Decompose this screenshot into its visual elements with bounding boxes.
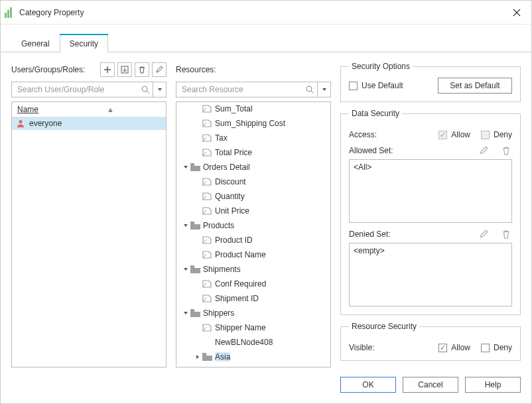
- field-icon: [202, 294, 212, 303]
- tree-item[interactable]: Conf Required: [176, 277, 330, 291]
- visible-deny-label: Deny: [494, 343, 512, 352]
- chevron-down-icon[interactable]: [182, 310, 190, 317]
- use-default-checkbox[interactable]: Use Default: [349, 81, 403, 90]
- resource-security-group: Resource Security Visible: Allow Deny: [340, 322, 521, 361]
- tree-item[interactable]: Shipment ID: [176, 291, 330, 306]
- denied-set-value: <empty>: [354, 246, 385, 255]
- options-column: Security Options Use Default Set as Defa…: [340, 62, 521, 368]
- field-icon: [202, 133, 212, 143]
- add-button[interactable]: [100, 62, 115, 77]
- tab-security[interactable]: Security: [60, 34, 108, 52]
- import-button[interactable]: [117, 62, 132, 77]
- field-icon: [202, 119, 212, 128]
- denied-set-box[interactable]: <empty>: [349, 243, 512, 306]
- resources-search-box[interactable]: [176, 82, 318, 98]
- ok-button[interactable]: OK: [340, 377, 396, 393]
- tree-item[interactable]: Shipper Name: [176, 320, 330, 335]
- tab-general[interactable]: General: [11, 34, 60, 52]
- tree-item[interactable]: Discount: [176, 174, 330, 189]
- content-area: Users/Groups/Roles:: [1, 52, 531, 374]
- users-search-box[interactable]: [11, 82, 153, 98]
- field-icon: [202, 279, 212, 289]
- edit-button[interactable]: [152, 62, 166, 77]
- chevron-down-icon[interactable]: [182, 266, 190, 273]
- tree-folder[interactable]: Products: [176, 218, 330, 233]
- access-deny-label: Deny: [494, 130, 512, 139]
- dialog-footer: OK Cancel Help: [1, 374, 531, 403]
- resources-search-dropdown[interactable]: [318, 82, 331, 98]
- help-button[interactable]: Help: [465, 377, 521, 393]
- chevron-down-icon[interactable]: [182, 164, 190, 171]
- folder-icon: [190, 221, 200, 230]
- svg-point-1: [142, 86, 147, 92]
- folder-icon: [190, 308, 200, 318]
- tree-item[interactable]: NewBLNode408: [176, 335, 330, 350]
- tree-item-label: Sum_Shipping Cost: [215, 119, 285, 128]
- tree-folder[interactable]: Shippers: [176, 306, 330, 320]
- person-icon: [16, 119, 25, 128]
- cancel-button[interactable]: Cancel: [403, 377, 458, 393]
- security-options-group: Security Options Use Default Set as Defa…: [340, 62, 521, 102]
- tree-item[interactable]: Total Price: [176, 145, 330, 160]
- delete-denied-icon[interactable]: [500, 228, 512, 240]
- resources-column: Resources: Sum_TotalSum_Shipping CostTax…: [176, 62, 331, 368]
- visible-deny-checkbox[interactable]: Deny: [481, 343, 512, 352]
- tree-item[interactable]: Product Name: [176, 247, 330, 262]
- chevron-right-icon[interactable]: [194, 354, 202, 361]
- data-security-group: Data Security Access: Allow Deny: [340, 109, 521, 315]
- allowed-set-box[interactable]: <All>: [349, 159, 512, 223]
- edit-allowed-icon[interactable]: [478, 145, 490, 157]
- field-icon: [202, 250, 212, 259]
- tree-folder[interactable]: Shipments: [176, 262, 330, 277]
- delete-button[interactable]: [135, 62, 149, 77]
- field-icon: [202, 104, 212, 113]
- tree-item[interactable]: Sum_Shipping Cost: [176, 116, 330, 131]
- users-column: Users/Groups/Roles:: [11, 62, 166, 368]
- users-search-input[interactable]: [16, 84, 138, 95]
- tree-item[interactable]: Sum_Total: [176, 102, 330, 116]
- svg-rect-5: [190, 222, 194, 224]
- close-icon[interactable]: [507, 3, 526, 22]
- tree-item[interactable]: Tax: [176, 131, 330, 145]
- set-as-default-button[interactable]: Set as Default: [438, 78, 512, 94]
- tree-item[interactable]: Product ID: [176, 233, 330, 247]
- edit-denied-icon[interactable]: [478, 228, 490, 240]
- users-title: Users/Groups/Roles:: [11, 65, 85, 74]
- access-allow-checkbox[interactable]: Allow: [438, 130, 470, 139]
- title-bar: Category Property: [1, 1, 531, 25]
- chevron-down-icon[interactable]: [182, 222, 190, 230]
- resources-search-input[interactable]: [180, 84, 302, 95]
- tree-item-label: Quantity: [215, 192, 245, 201]
- list-item[interactable]: everyone: [12, 117, 166, 130]
- field-icon: [202, 206, 212, 216]
- tree-item-label: Sum_Total: [215, 104, 253, 113]
- tree-item-label: Orders Detail: [203, 163, 250, 172]
- column-name: Name: [17, 105, 38, 114]
- tree-folder[interactable]: Asia: [176, 350, 330, 364]
- tree-item-label: Shipments: [203, 265, 241, 274]
- field-icon: [202, 148, 212, 157]
- tree-item-label: Products: [203, 221, 234, 230]
- users-search-dropdown[interactable]: [153, 82, 166, 98]
- svg-point-2: [19, 120, 23, 123]
- tree-folder[interactable]: Orders Detail: [176, 160, 330, 174]
- folder-icon: [190, 163, 200, 172]
- tree-item[interactable]: Unit Price: [176, 204, 330, 218]
- delete-allowed-icon[interactable]: [500, 145, 512, 157]
- denied-set-label: Denied Set:: [349, 230, 391, 239]
- svg-rect-7: [190, 309, 194, 311]
- access-label: Access:: [349, 130, 377, 139]
- svg-rect-4: [190, 163, 194, 165]
- tree-item[interactable]: Quantity: [176, 189, 330, 204]
- allowed-set-value: <All>: [354, 163, 371, 172]
- resources-title: Resources:: [176, 65, 216, 74]
- visible-allow-checkbox[interactable]: Allow: [438, 343, 470, 352]
- access-allow-label: Allow: [451, 130, 470, 139]
- access-deny-checkbox[interactable]: Deny: [481, 130, 512, 139]
- app-icon: [5, 7, 15, 18]
- tree-item-label: Discount: [215, 177, 246, 186]
- users-list-header[interactable]: Name ▲: [12, 102, 166, 117]
- users-panel: Name ▲ everyone: [11, 101, 166, 368]
- resource-tree[interactable]: Sum_TotalSum_Shipping CostTaxTotal Price…: [176, 102, 330, 367]
- folder-icon: [202, 352, 212, 362]
